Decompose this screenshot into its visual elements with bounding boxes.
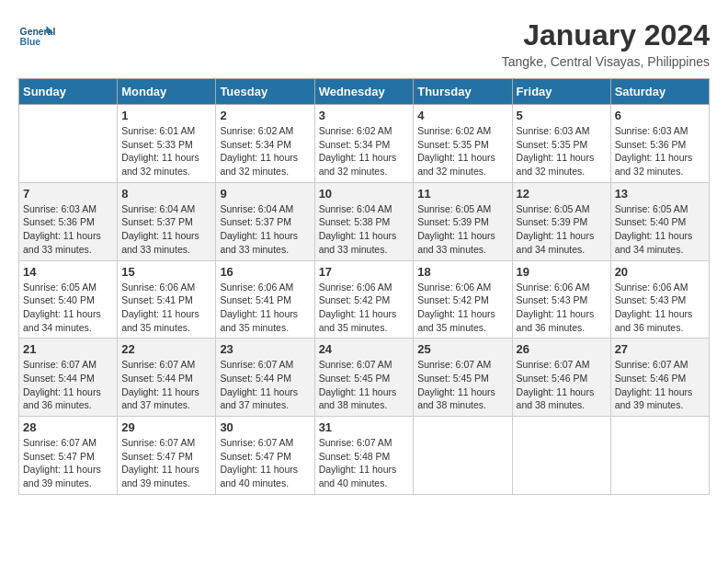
calendar-cell: 4Sunrise: 6:02 AMSunset: 5:35 PMDaylight… bbox=[414, 105, 512, 183]
calendar-cell: 15Sunrise: 6:06 AMSunset: 5:41 PMDayligh… bbox=[118, 260, 216, 339]
day-number: 21 bbox=[23, 342, 113, 356]
day-info: Sunrise: 6:04 AMSunset: 5:37 PMDaylight:… bbox=[220, 202, 310, 257]
day-info: Sunrise: 6:02 AMSunset: 5:35 PMDaylight:… bbox=[417, 124, 507, 178]
day-number: 11 bbox=[417, 187, 507, 201]
day-number: 28 bbox=[23, 420, 113, 434]
calendar-cell: 18Sunrise: 6:06 AMSunset: 5:42 PMDayligh… bbox=[414, 260, 512, 339]
calendar-week-4: 21Sunrise: 6:07 AMSunset: 5:44 PMDayligh… bbox=[19, 339, 710, 417]
day-number: 9 bbox=[220, 187, 310, 201]
day-info: Sunrise: 6:06 AMSunset: 5:43 PMDaylight:… bbox=[517, 281, 607, 335]
title-block: January 2024 Tangke, Central Visayas, Ph… bbox=[502, 18, 710, 69]
day-number: 19 bbox=[517, 265, 607, 279]
day-info: Sunrise: 6:04 AMSunset: 5:38 PMDaylight:… bbox=[319, 202, 410, 257]
day-number: 12 bbox=[517, 187, 607, 201]
calendar-week-5: 28Sunrise: 6:07 AMSunset: 5:47 PMDayligh… bbox=[19, 417, 710, 495]
logo-icon: General Blue bbox=[18, 18, 55, 55]
calendar-cell: 30Sunrise: 6:07 AMSunset: 5:47 PMDayligh… bbox=[216, 417, 314, 495]
day-info: Sunrise: 6:07 AMSunset: 5:45 PMDaylight:… bbox=[417, 358, 507, 412]
day-info: Sunrise: 6:07 AMSunset: 5:45 PMDaylight:… bbox=[319, 358, 410, 412]
calendar-cell: 26Sunrise: 6:07 AMSunset: 5:46 PMDayligh… bbox=[512, 339, 610, 417]
day-info: Sunrise: 6:04 AMSunset: 5:37 PMDaylight:… bbox=[121, 202, 211, 257]
day-info: Sunrise: 6:06 AMSunset: 5:43 PMDaylight:… bbox=[615, 281, 705, 335]
day-info: Sunrise: 6:05 AMSunset: 5:39 PMDaylight:… bbox=[417, 202, 507, 257]
calendar-cell: 17Sunrise: 6:06 AMSunset: 5:42 PMDayligh… bbox=[314, 260, 414, 339]
svg-text:Blue: Blue bbox=[20, 37, 41, 47]
calendar-cell: 22Sunrise: 6:07 AMSunset: 5:44 PMDayligh… bbox=[118, 339, 216, 417]
day-number: 25 bbox=[417, 342, 507, 356]
day-number: 31 bbox=[319, 420, 410, 434]
day-info: Sunrise: 6:03 AMSunset: 5:35 PMDaylight:… bbox=[517, 124, 607, 178]
day-number: 6 bbox=[615, 109, 705, 122]
day-number: 16 bbox=[220, 265, 310, 279]
calendar-cell: 5Sunrise: 6:03 AMSunset: 5:35 PMDaylight… bbox=[512, 105, 610, 183]
weekday-header-thursday: Thursday bbox=[414, 79, 512, 105]
calendar-cell: 21Sunrise: 6:07 AMSunset: 5:44 PMDayligh… bbox=[19, 339, 118, 417]
calendar-cell: 14Sunrise: 6:05 AMSunset: 5:40 PMDayligh… bbox=[19, 260, 118, 339]
calendar-cell: 11Sunrise: 6:05 AMSunset: 5:39 PMDayligh… bbox=[414, 182, 512, 260]
weekday-header-tuesday: Tuesday bbox=[216, 79, 314, 105]
day-number: 20 bbox=[615, 265, 705, 279]
calendar-cell: 7Sunrise: 6:03 AMSunset: 5:36 PMDaylight… bbox=[19, 182, 118, 260]
calendar-cell: 6Sunrise: 6:03 AMSunset: 5:36 PMDaylight… bbox=[610, 105, 709, 183]
day-info: Sunrise: 6:06 AMSunset: 5:42 PMDaylight:… bbox=[417, 281, 507, 335]
calendar-cell: 25Sunrise: 6:07 AMSunset: 5:45 PMDayligh… bbox=[414, 339, 512, 417]
calendar-cell: 20Sunrise: 6:06 AMSunset: 5:43 PMDayligh… bbox=[610, 260, 709, 339]
calendar-week-3: 14Sunrise: 6:05 AMSunset: 5:40 PMDayligh… bbox=[19, 260, 710, 339]
calendar-cell: 19Sunrise: 6:06 AMSunset: 5:43 PMDayligh… bbox=[512, 260, 610, 339]
weekday-header-sunday: Sunday bbox=[19, 79, 118, 105]
day-info: Sunrise: 6:05 AMSunset: 5:39 PMDaylight:… bbox=[517, 202, 607, 257]
calendar-cell: 8Sunrise: 6:04 AMSunset: 5:37 PMDaylight… bbox=[118, 182, 216, 260]
day-number: 18 bbox=[417, 265, 507, 279]
weekday-header-monday: Monday bbox=[118, 79, 216, 105]
day-info: Sunrise: 6:02 AMSunset: 5:34 PMDaylight:… bbox=[220, 124, 310, 178]
weekday-header-wednesday: Wednesday bbox=[314, 79, 414, 105]
day-info: Sunrise: 6:07 AMSunset: 5:47 PMDaylight:… bbox=[220, 436, 310, 490]
day-number: 3 bbox=[319, 109, 410, 122]
day-number: 26 bbox=[517, 342, 607, 356]
day-number: 30 bbox=[220, 420, 310, 434]
calendar-cell: 24Sunrise: 6:07 AMSunset: 5:45 PMDayligh… bbox=[314, 339, 414, 417]
day-info: Sunrise: 6:07 AMSunset: 5:48 PMDaylight:… bbox=[319, 436, 410, 490]
calendar-cell: 2Sunrise: 6:02 AMSunset: 5:34 PMDaylight… bbox=[216, 105, 314, 183]
day-info: Sunrise: 6:05 AMSunset: 5:40 PMDaylight:… bbox=[23, 281, 113, 335]
calendar-cell bbox=[610, 417, 709, 495]
calendar-cell: 29Sunrise: 6:07 AMSunset: 5:47 PMDayligh… bbox=[118, 417, 216, 495]
day-number: 7 bbox=[23, 187, 113, 201]
day-number: 13 bbox=[615, 187, 705, 201]
calendar-week-1: 1Sunrise: 6:01 AMSunset: 5:33 PMDaylight… bbox=[19, 105, 710, 183]
day-number: 24 bbox=[319, 342, 410, 356]
day-number: 8 bbox=[121, 187, 211, 201]
day-info: Sunrise: 6:03 AMSunset: 5:36 PMDaylight:… bbox=[615, 124, 705, 178]
day-number: 17 bbox=[319, 265, 410, 279]
day-number: 1 bbox=[121, 109, 211, 122]
calendar-cell: 27Sunrise: 6:07 AMSunset: 5:46 PMDayligh… bbox=[610, 339, 709, 417]
calendar-cell: 12Sunrise: 6:05 AMSunset: 5:39 PMDayligh… bbox=[512, 182, 610, 260]
day-info: Sunrise: 6:07 AMSunset: 5:46 PMDaylight:… bbox=[615, 358, 705, 412]
day-info: Sunrise: 6:02 AMSunset: 5:34 PMDaylight:… bbox=[319, 124, 410, 178]
calendar-header: SundayMondayTuesdayWednesdayThursdayFrid… bbox=[19, 79, 710, 105]
day-info: Sunrise: 6:05 AMSunset: 5:40 PMDaylight:… bbox=[615, 202, 705, 257]
calendar-cell: 13Sunrise: 6:05 AMSunset: 5:40 PMDayligh… bbox=[610, 182, 709, 260]
weekday-header-saturday: Saturday bbox=[610, 79, 709, 105]
day-number: 22 bbox=[121, 342, 211, 356]
day-number: 27 bbox=[615, 342, 705, 356]
day-info: Sunrise: 6:07 AMSunset: 5:46 PMDaylight:… bbox=[517, 358, 607, 412]
day-info: Sunrise: 6:07 AMSunset: 5:47 PMDaylight:… bbox=[121, 436, 211, 490]
day-info: Sunrise: 6:03 AMSunset: 5:36 PMDaylight:… bbox=[23, 202, 113, 257]
day-info: Sunrise: 6:07 AMSunset: 5:47 PMDaylight:… bbox=[23, 436, 113, 490]
day-info: Sunrise: 6:07 AMSunset: 5:44 PMDaylight:… bbox=[121, 358, 211, 412]
logo: General Blue bbox=[18, 18, 59, 55]
calendar-cell: 23Sunrise: 6:07 AMSunset: 5:44 PMDayligh… bbox=[216, 339, 314, 417]
day-number: 14 bbox=[23, 265, 113, 279]
day-number: 4 bbox=[417, 109, 507, 122]
day-number: 5 bbox=[517, 109, 607, 122]
calendar-cell: 31Sunrise: 6:07 AMSunset: 5:48 PMDayligh… bbox=[314, 417, 414, 495]
day-number: 23 bbox=[220, 342, 310, 356]
day-number: 10 bbox=[319, 187, 410, 201]
day-info: Sunrise: 6:06 AMSunset: 5:42 PMDaylight:… bbox=[319, 281, 410, 335]
day-info: Sunrise: 6:06 AMSunset: 5:41 PMDaylight:… bbox=[220, 281, 310, 335]
day-info: Sunrise: 6:07 AMSunset: 5:44 PMDaylight:… bbox=[220, 358, 310, 412]
month-year: January 2024 bbox=[502, 18, 710, 52]
calendar-cell: 1Sunrise: 6:01 AMSunset: 5:33 PMDaylight… bbox=[118, 105, 216, 183]
calendar-cell bbox=[414, 417, 512, 495]
